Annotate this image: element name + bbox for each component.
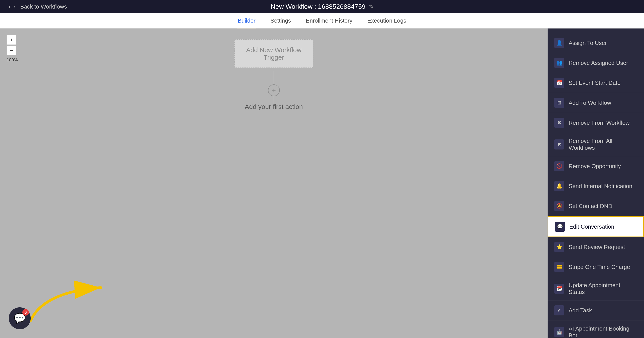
- workflow-title: New Workflow : 1688526884759: [270, 3, 366, 10]
- connector-line-top: [274, 71, 274, 84]
- edit-conversation-label: Edit Conversation: [569, 223, 614, 230]
- zoom-controls: + − 100%: [6, 35, 18, 62]
- remove-from-all-workflows-icon: ✖: [554, 140, 564, 150]
- send-review-request-label: Send Review Request: [568, 244, 625, 250]
- ai-appointment-booking-bot-label: AI Appointment Booking Bot: [568, 325, 638, 338]
- workflow-canvas: + − 100% Add New Workflow Trigger + Add …: [0, 28, 548, 338]
- sidebar-item-assign-to-user[interactable]: 👤Assign To User: [548, 33, 644, 53]
- zoom-in-button[interactable]: +: [6, 35, 16, 45]
- remove-opportunity-icon: 🚫: [554, 161, 564, 171]
- ai-appointment-booking-bot-icon: 🤖: [554, 327, 564, 337]
- remove-from-all-workflows-label: Remove From All Workflows: [568, 138, 638, 151]
- sidebar-item-remove-from-all-workflows[interactable]: ✖Remove From All Workflows: [548, 133, 644, 156]
- edit-title-icon[interactable]: ✎: [369, 4, 374, 10]
- remove-assigned-user-label: Remove Assigned User: [568, 60, 628, 66]
- set-contact-dnd-icon: 🔕: [554, 201, 564, 211]
- actions-sidebar: 📝Add To Notes👤Assign To User👥Remove Assi…: [548, 0, 644, 338]
- sidebar-item-send-review-request[interactable]: ⭐Send Review Request: [548, 237, 644, 257]
- set-event-start-date-icon: 📅: [554, 78, 564, 88]
- stripe-one-time-charge-icon: 💳: [554, 262, 564, 272]
- sidebar-item-send-internal-notification[interactable]: 🔔Send Internal Notification: [548, 176, 644, 196]
- stripe-one-time-charge-label: Stripe One Time Charge: [568, 264, 630, 270]
- send-internal-notification-label: Send Internal Notification: [568, 183, 632, 190]
- update-appointment-status-label: Update Appointment Status: [568, 282, 638, 296]
- sidebar-item-add-to-workflow[interactable]: ⊞Add To Workflow: [548, 93, 644, 113]
- tab-execution-logs[interactable]: Execution Logs: [366, 14, 407, 28]
- sidebar-item-add-task[interactable]: ✔Add Task: [548, 300, 644, 320]
- header: ‹ ← Back to Workflows New Workflow : 168…: [0, 0, 644, 13]
- tab-enrollment-history[interactable]: Enrollment History: [305, 14, 353, 28]
- chat-widget[interactable]: 💬 6: [9, 307, 31, 329]
- add-task-icon: ✔: [554, 305, 564, 316]
- zoom-out-button[interactable]: −: [6, 46, 16, 55]
- sidebar-item-update-appointment-status[interactable]: 📆Update Appointment Status: [548, 277, 644, 300]
- trigger-label: Add New Workflow Trigger: [246, 46, 302, 61]
- sidebar-item-remove-from-workflow[interactable]: ✖Remove From Workflow: [548, 113, 644, 133]
- zoom-level: 100%: [6, 58, 18, 62]
- add-to-workflow-icon: ⊞: [554, 98, 564, 108]
- send-internal-notification-icon: 🔔: [554, 181, 564, 191]
- header-title: New Workflow : 1688526884759 ✎: [270, 3, 374, 10]
- trigger-box[interactable]: Add New Workflow Trigger: [234, 40, 313, 68]
- sidebar-item-ai-appointment-booking-bot[interactable]: 🤖AI Appointment Booking Bot: [548, 320, 644, 338]
- edit-conversation-icon: 💬: [555, 222, 565, 232]
- arrow-annotation: [18, 259, 127, 325]
- first-action-label: Add your first action: [245, 103, 303, 110]
- remove-opportunity-label: Remove Opportunity: [568, 163, 621, 170]
- add-action-button[interactable]: +: [268, 84, 280, 96]
- sidebar-item-edit-conversation[interactable]: 💬Edit Conversation: [548, 216, 644, 237]
- set-contact-dnd-label: Set Contact DND: [568, 203, 612, 210]
- assign-to-user-label: Assign To User: [568, 40, 607, 46]
- add-task-label: Add Task: [568, 307, 592, 314]
- sidebar-item-set-event-start-date[interactable]: 📅Set Event Start Date: [548, 73, 644, 93]
- sidebar-item-remove-assigned-user[interactable]: 👥Remove Assigned User: [548, 53, 644, 73]
- tabs-bar: Builder Settings Enrollment History Exec…: [0, 13, 644, 28]
- chat-badge: 6: [22, 309, 29, 316]
- add-to-workflow-label: Add To Workflow: [568, 100, 611, 106]
- sidebar-item-remove-opportunity[interactable]: 🚫Remove Opportunity: [548, 156, 644, 176]
- set-event-start-date-label: Set Event Start Date: [568, 80, 620, 86]
- sidebar-item-stripe-one-time-charge[interactable]: 💳Stripe One Time Charge: [548, 257, 644, 277]
- back-icon: ‹: [9, 3, 11, 10]
- sidebar-item-set-contact-dnd[interactable]: 🔕Set Contact DND: [548, 196, 644, 216]
- assign-to-user-icon: 👤: [554, 38, 564, 48]
- remove-from-workflow-icon: ✖: [554, 118, 564, 128]
- tab-builder[interactable]: Builder: [237, 14, 256, 28]
- tab-settings[interactable]: Settings: [270, 14, 292, 28]
- remove-assigned-user-icon: 👥: [554, 58, 564, 68]
- update-appointment-status-icon: 📆: [554, 284, 564, 294]
- back-button[interactable]: ‹ ← Back to Workflows: [9, 3, 67, 10]
- send-review-request-icon: ⭐: [554, 242, 564, 252]
- back-label[interactable]: ← Back to Workflows: [13, 3, 67, 10]
- remove-from-workflow-label: Remove From Workflow: [568, 120, 630, 126]
